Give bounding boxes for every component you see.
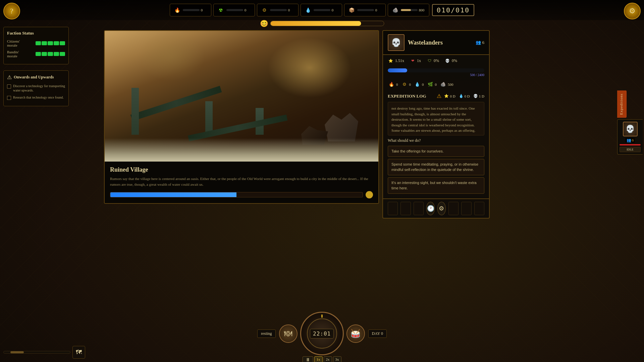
expedition-card[interactable]: 💀 👥 6 IDLE	[617, 119, 643, 155]
support-1	[131, 88, 139, 135]
citizens-row: Citizens'morale	[7, 39, 65, 47]
objective-header: ⚠ Onwards and Upwards	[7, 74, 65, 80]
settings-button[interactable]: ⚙	[624, 3, 641, 19]
settings-action-button[interactable]: ⚙	[437, 202, 446, 215]
expedition-header: 💀 Wastelanders 👥 6	[382, 30, 490, 55]
log-stat-2: 💧 0 D	[459, 94, 470, 98]
death-icon: 💀	[444, 58, 450, 64]
expedition-progress-bar	[388, 68, 484, 72]
speed-3x-button[interactable]: 3x	[333, 356, 341, 362]
log-stat-val-1: 0 D	[450, 94, 455, 98]
log-stat-icon-1: ⭐	[444, 94, 449, 98]
res-icon-5: 🪨	[439, 81, 447, 88]
res-icon-4: 🌿	[427, 81, 434, 88]
pip	[54, 52, 59, 56]
expedition-action-bar: 🕐 ⚙	[382, 198, 490, 219]
pip	[36, 52, 41, 56]
res-val-4: 0	[435, 82, 437, 86]
choice-button-3[interactable]: It's an interesting sight, but we should…	[388, 177, 484, 194]
expedition-card-count: 👥 6	[625, 138, 635, 143]
drum-button[interactable]: 🥁	[346, 324, 365, 343]
horizontal-scrollbar[interactable]	[3, 351, 70, 354]
heat-icon: 🔥	[173, 6, 181, 14]
choice-button-2[interactable]: Spend some time meditating, praying, or …	[388, 159, 484, 175]
action-slot-1	[388, 202, 398, 215]
res-val-1: 0	[396, 82, 398, 86]
res-val-3: 0	[422, 82, 424, 86]
log-stats: ⭐ 0 D 💧 0 D 💀 1 D	[444, 94, 484, 98]
expedition-question: What should we do?	[388, 138, 484, 143]
prefabs-bar	[357, 9, 374, 11]
map-button[interactable]: 🗺	[72, 346, 85, 359]
dust-cloud-2	[138, 31, 205, 81]
objective-title: Onwards and Upwards	[14, 75, 54, 80]
health-value: 1x	[417, 58, 421, 63]
support-2	[205, 101, 213, 135]
morale-bar	[270, 21, 384, 26]
people-icon: 👥	[476, 40, 481, 45]
food-value: 0	[245, 8, 251, 12]
faction-name-label: Wastelanders	[408, 39, 472, 46]
health-icon: ❤	[410, 58, 416, 64]
res-slot-2: ⚙ 0	[401, 81, 411, 88]
bottom-left: 🗺	[3, 346, 85, 359]
food-bar	[226, 9, 243, 11]
day-label: DAY 0	[368, 329, 387, 338]
materials-icon: ⚙	[261, 6, 269, 14]
water-value: 0	[332, 8, 338, 12]
res-icon-1: 🔥	[388, 81, 395, 88]
location-progress-bar	[110, 192, 363, 197]
objective-checkbox-2[interactable]	[7, 96, 11, 100]
res-slot-3: 💧 0	[414, 81, 424, 88]
materials-value: 0	[288, 8, 295, 12]
log-title: EXPEDITION LOG	[388, 94, 434, 99]
expedition-resource-slots: 🔥 0 ⚙ 0 💧 0 🌿 0 🪨 500	[382, 79, 490, 90]
objective-warning-icon: ⚠	[7, 74, 12, 80]
food-button[interactable]: 🍽	[279, 324, 298, 343]
choice-button-1[interactable]: Take the offerings for ourselves.	[388, 146, 484, 157]
dust-cloud-1	[268, 38, 352, 98]
stat-health: ❤ 1x	[410, 58, 421, 64]
res-val-2: 0	[409, 82, 411, 86]
location-progress-icon	[366, 191, 373, 198]
speed-1x-button[interactable]: 1x	[314, 356, 323, 362]
action-slot-2	[400, 202, 411, 215]
help-button[interactable]: ?	[3, 3, 20, 19]
stat-defense: 🛡 0%	[426, 58, 439, 64]
location-info: Ruined Village Rumors say that the villa…	[105, 162, 378, 203]
action-slot-5	[461, 202, 471, 215]
objective-checkbox-1[interactable]	[7, 84, 11, 88]
action-slot-4	[448, 202, 459, 215]
pip	[54, 41, 59, 45]
expedition-stats-row: ⭐ 1.51x ❤ 1x 🛡 0% 💀 0%	[382, 55, 490, 66]
prefabs-value: 0	[375, 8, 382, 12]
people-number: 6	[482, 40, 485, 45]
coal-bar-fill	[401, 9, 411, 11]
clock-action-button[interactable]: 🕐	[426, 202, 435, 215]
resource-food: ☢ 0	[213, 4, 255, 16]
clock-dial: 22:01	[300, 312, 344, 355]
people-count: 👥 6	[476, 40, 485, 45]
res-icon-2: ⚙	[401, 81, 408, 88]
objective-text-2: Research that technology once found.	[13, 95, 64, 100]
speed-2x-button[interactable]: 2x	[324, 356, 332, 362]
pip	[36, 41, 41, 45]
res-slot-4: 🌿 0	[427, 81, 437, 88]
pause-button[interactable]: ⏸	[303, 356, 313, 362]
expeditions-tab[interactable]: Expeditions	[617, 90, 627, 118]
expedition-card-emblem: 💀	[623, 122, 638, 136]
location-name: Ruined Village	[110, 166, 373, 173]
bandits-pips	[36, 52, 65, 56]
resource-prefabs: 📦 0	[344, 4, 386, 16]
res-slot-1: 🔥 0	[388, 81, 398, 88]
expeditions-sidebar: Expeditions 💀 👥 6 IDLE	[617, 90, 644, 155]
log-stat-3: 💀 1 D	[473, 94, 484, 98]
attack-value: 1.51x	[395, 58, 404, 63]
pip	[48, 41, 53, 45]
pip	[60, 41, 65, 45]
log-stat-1: ⭐ 0 D	[444, 94, 455, 98]
objectives-panel: ⚠ Onwards and Upwards Discover a technol…	[3, 70, 69, 106]
log-stat-val-2: 0 D	[465, 94, 470, 98]
timer-display: 010/010	[432, 4, 474, 16]
expedition-progress-fill	[388, 68, 407, 72]
